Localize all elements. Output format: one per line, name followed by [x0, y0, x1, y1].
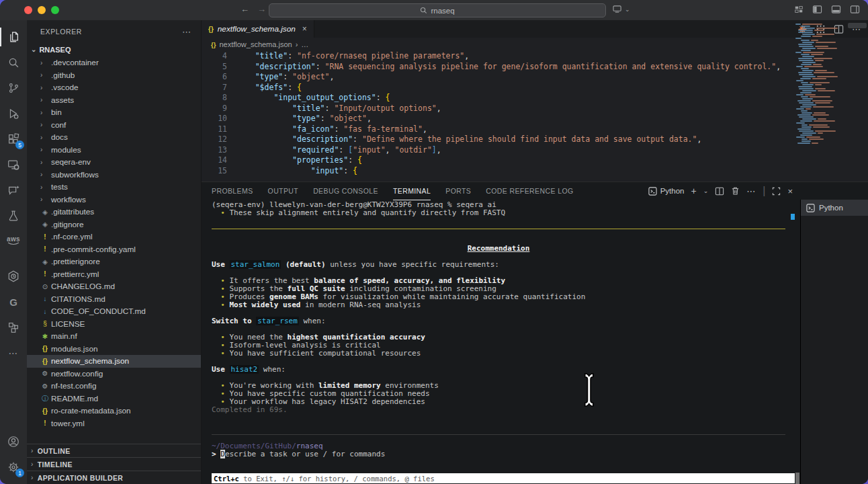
- chevron-right-icon: ›: [40, 96, 50, 104]
- remote-dropdown[interactable]: ⌄: [613, 5, 630, 13]
- minimap[interactable]: [793, 23, 845, 155]
- tree-file-readme.md[interactable]: ⓘREADME.md: [27, 393, 201, 405]
- trash-icon[interactable]: [731, 186, 740, 196]
- git-file-icon: ◈: [40, 208, 50, 216]
- remote-monitor-icon[interactable]: [0, 152, 27, 177]
- minimize-window-button[interactable]: [38, 6, 46, 14]
- panel-tab-output[interactable]: OUTPUT: [268, 182, 299, 200]
- account-icon[interactable]: [0, 429, 27, 454]
- tab-nextflow-schema[interactable]: {} nextflow_schema.json ×: [202, 20, 314, 38]
- tree-file-gitattributes[interactable]: ◈.gitattributes: [27, 206, 201, 218]
- tree-file-ro-crate-metadata.json[interactable]: {}ro-crate-metadata.json: [27, 405, 201, 417]
- chat-sparkle-icon[interactable]: [0, 177, 27, 203]
- tree-folder-conf[interactable]: ›conf: [27, 119, 201, 132]
- tree-root-rnaseq[interactable]: ⌄ RNASEQ: [27, 43, 201, 56]
- zoom-window-button[interactable]: [51, 6, 59, 14]
- terminal-line-31: > Describe a task or use / for commands: [202, 450, 795, 458]
- terminal-hint-bar: Ctrl+c to Exit, ↑/↓ for history, / comma…: [212, 473, 795, 483]
- panel-tab-ports[interactable]: PORTS: [445, 182, 471, 200]
- title-bar: ← → rnaseq ⌄: [0, 0, 868, 21]
- terminal-list-item-python[interactable]: Python: [801, 200, 868, 216]
- toggle-sidebar-right-icon[interactable]: [850, 5, 860, 14]
- tree-file-prettierrc.yml[interactable]: !.prettierrc.yml: [27, 268, 201, 281]
- search-icon: [420, 7, 427, 14]
- gitlens-icon[interactable]: G: [0, 289, 27, 315]
- tree-folder-modules[interactable]: ›modules: [27, 144, 201, 157]
- code-line-7: 7 "$defs": {: [202, 83, 793, 93]
- customize-layout-icon[interactable]: [794, 5, 804, 14]
- tree-folder-bin[interactable]: ›bin: [27, 106, 201, 119]
- extensions-icon[interactable]: 5: [0, 126, 27, 152]
- more-actions-icon[interactable]: ⋯: [0, 340, 27, 366]
- tree-file-pre-commit-config.yaml[interactable]: !.pre-commit-config.yaml: [27, 243, 201, 256]
- close-panel-icon[interactable]: ×: [787, 186, 793, 196]
- tree-file-nextflow_schema.json[interactable]: {}nextflow_schema.json: [27, 355, 201, 368]
- window-controls: [24, 6, 59, 14]
- tree-file-code_of_conduct.md[interactable]: ↓CODE_OF_CONDUCT.md: [27, 305, 201, 318]
- chevron-down-icon[interactable]: ⌄: [703, 188, 709, 194]
- yml-file-icon: !: [40, 233, 50, 241]
- run-and-debug-icon[interactable]: [0, 101, 27, 126]
- terminal-output[interactable]: (seqera-env) llewelyn-van-der-berg@KTW2Y…: [202, 200, 795, 484]
- sidebar-section-application-builder[interactable]: ›APPLICATION BUILDER: [27, 471, 201, 484]
- tree-file-nf-core.yml[interactable]: !.nf-core.yml: [27, 231, 201, 243]
- source-control-icon[interactable]: [0, 75, 27, 101]
- aws-icon[interactable]: aws: [0, 229, 27, 254]
- tree-file-gitignore[interactable]: ◈.gitignore: [27, 218, 201, 231]
- tree-file-prettierignore[interactable]: ◈.prettierignore: [27, 255, 201, 268]
- explorer-icon[interactable]: [0, 24, 27, 50]
- tree-folder-seqera-env[interactable]: ›seqera-env: [27, 156, 201, 169]
- tree-file-changelog.md[interactable]: ⊙CHANGELOG.md: [27, 280, 201, 293]
- tree-folder-github[interactable]: ›.github: [27, 69, 201, 82]
- tree-folder-workflows[interactable]: ›workflows: [27, 194, 201, 206]
- editor-scrollbar-thumb[interactable]: [848, 23, 867, 28]
- tree-folder-tests[interactable]: ›tests: [27, 181, 201, 194]
- chevron-right-icon: ›: [40, 121, 50, 128]
- tree-file-tower.yml[interactable]: !tower.yml: [27, 417, 201, 430]
- tree-file-modules.json[interactable]: {}modules.json: [27, 343, 201, 356]
- panel-tab-debug-console[interactable]: DEBUG CONSOLE: [313, 182, 378, 200]
- chevron-right-icon: ›: [40, 84, 50, 91]
- panel-tab-terminal[interactable]: TERMINAL: [393, 182, 431, 200]
- tree-folder-subworkflows[interactable]: ›subworkflows: [27, 169, 201, 182]
- tree-file-nextflow.config[interactable]: ⚙nextflow.config: [27, 368, 201, 380]
- maximize-panel-icon[interactable]: [772, 187, 781, 196]
- tree-file-license[interactable]: §LICENSE: [27, 318, 201, 331]
- project-blocks-icon[interactable]: [0, 315, 27, 340]
- search-sidebar-icon[interactable]: [0, 50, 27, 75]
- panel-more-actions-icon[interactable]: ⋯: [746, 186, 756, 196]
- close-window-button[interactable]: [24, 6, 32, 14]
- panel-toolbar: Python + ⌄ ⋯ | ×: [648, 182, 793, 200]
- new-terminal-icon[interactable]: +: [691, 186, 697, 196]
- terminal-icon: [648, 187, 657, 196]
- bottom-panel: PROBLEMSOUTPUTDEBUG CONSOLETERMINALPORTS…: [202, 182, 868, 484]
- tree-folder-devcontainer[interactable]: ›.devcontainer: [27, 56, 201, 69]
- split-terminal-icon[interactable]: [715, 187, 724, 196]
- forward-arrow-icon[interactable]: →: [257, 4, 266, 14]
- breadcrumb[interactable]: {} nextflow_schema.json › …: [202, 38, 868, 51]
- panel-tab-problems[interactable]: PROBLEMS: [212, 182, 253, 200]
- terminal-rule: [212, 229, 785, 237]
- code-editor[interactable]: 4 "title": "nf-core/rnaseq pipeline para…: [202, 51, 793, 182]
- tree-folder-assets[interactable]: ›assets: [27, 94, 201, 107]
- tree-folder-vscode[interactable]: ›.vscode: [27, 81, 201, 94]
- back-arrow-icon[interactable]: ←: [241, 4, 249, 14]
- command-center-search[interactable]: rnaseq: [269, 3, 606, 17]
- tree-file-nf-test.config[interactable]: ⚙nf-test.config: [27, 380, 201, 393]
- terminal-scrollbar-thumb[interactable]: [795, 473, 799, 484]
- tree-file-citations.md[interactable]: ↓CITATIONS.md: [27, 293, 201, 306]
- toggle-sidebar-left-icon[interactable]: [812, 5, 822, 14]
- testing-beaker-icon[interactable]: [0, 203, 27, 229]
- explorer-more-actions-icon[interactable]: ⋯: [182, 27, 191, 37]
- json-file-icon: {}: [208, 26, 214, 33]
- sidebar-section-timeline[interactable]: ›TIMELINE: [27, 457, 201, 471]
- tree-folder-docs[interactable]: ›docs: [27, 131, 201, 144]
- tree-file-main.nf[interactable]: ✱main.nf: [27, 330, 201, 343]
- tab-close-icon[interactable]: ×: [302, 24, 307, 34]
- sidebar-section-outline[interactable]: ›OUTLINE: [27, 444, 201, 457]
- panel-tab-code-reference-log[interactable]: CODE REFERENCE LOG: [486, 182, 573, 200]
- settings-gear-icon[interactable]: 1: [0, 454, 27, 480]
- hexagon-tool-icon[interactable]: [0, 264, 27, 289]
- shell-selector[interactable]: Python: [648, 187, 685, 196]
- toggle-panel-bottom-icon[interactable]: [831, 5, 841, 14]
